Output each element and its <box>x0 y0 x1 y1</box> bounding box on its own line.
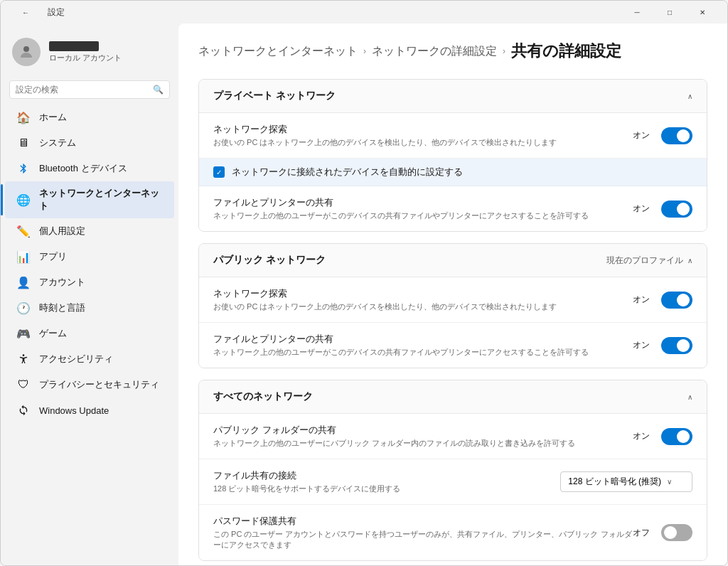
public-file-sharing-state: オン <box>633 339 650 351</box>
apps-icon: 📊 <box>16 250 31 264</box>
file-sharing-connection-info: ファイル共有の接続 128 ビット暗号化をサポートするデバイスに使用する <box>213 469 560 494</box>
avatar <box>12 38 41 66</box>
breadcrumb-network: ネットワークとインターネット <box>198 44 358 59</box>
nav-item-accounts[interactable]: 👤 アカウント <box>5 269 174 295</box>
search-box[interactable]: 🔍 <box>9 80 170 99</box>
auto-connect-row: ✓ ネットワークに接続されたデバイスを自動的に設定する <box>199 159 707 186</box>
private-chevron: ∧ <box>687 92 692 100</box>
private-network-discovery-row: ネットワーク探索 お使いの PC はネットワーク上の他のデバイスを検出したり、他… <box>199 113 707 159</box>
search-icon: 🔍 <box>153 85 164 95</box>
nav-item-accessibility[interactable]: アクセシビリティ <box>5 346 174 372</box>
minimize-button[interactable]: ─ <box>621 1 653 23</box>
user-info: ローカル アカウント <box>49 41 122 63</box>
back-button[interactable]: ← <box>9 1 42 23</box>
nav-item-home[interactable]: 🏠 ホーム <box>5 105 174 130</box>
public-folder-sharing-row: パブリック フォルダーの共有 ネットワーク上の他のユーザーにパブリック フォルダ… <box>199 414 707 459</box>
public-file-sharing-row: ファイルとプリンターの共有 ネットワーク上の他のユーザーがこのデバイスの共有ファ… <box>199 323 707 368</box>
file-sharing-connection-desc: 128 ビット暗号化をサポートするデバイスに使用する <box>213 484 560 494</box>
auto-connect-label: ネットワークに接続されたデバイスを自動的に設定する <box>232 166 463 178</box>
public-network-discovery-state: オン <box>633 294 650 306</box>
nav-label-network: ネットワークとインターネット <box>39 187 163 213</box>
toggle-knob <box>677 203 690 215</box>
network-icon: 🌐 <box>16 193 31 207</box>
private-network-discovery-info: ネットワーク探索 お使いの PC はネットワーク上の他のデバイスを検出したり、他… <box>213 123 633 148</box>
file-sharing-dropdown-value: 128 ビット暗号化 (推奨) <box>568 476 661 488</box>
nav-item-gaming[interactable]: 🎮 ゲーム <box>5 321 174 346</box>
all-section-header[interactable]: すべてのネットワーク ∧ <box>199 380 707 414</box>
nav-label-accounts: アカウント <box>39 276 85 289</box>
private-network-discovery-desc: お使いの PC はネットワーク上の他のデバイスを検出したり、他のデバイスで検出さ… <box>213 137 633 148</box>
public-network-discovery-row: ネットワーク探索 お使いの PC はネットワーク上の他のデバイスを検出したり、他… <box>199 277 707 323</box>
public-folder-toggle-wrap: オン <box>633 428 692 445</box>
breadcrumb-current: 共有の詳細設定 <box>511 41 621 62</box>
svg-point-0 <box>23 46 29 52</box>
public-folder-toggle[interactable] <box>661 428 692 445</box>
public-folder-sharing-label: パブリック フォルダーの共有 <box>213 424 633 437</box>
file-sharing-dropdown[interactable]: 128 ビット暗号化 (推奨) ∨ <box>560 471 692 492</box>
breadcrumb-sep-1: › <box>363 46 366 56</box>
public-section-title: パブリック ネットワーク <box>213 254 326 267</box>
window-title: 設定 <box>48 6 65 18</box>
user-name <box>49 41 99 51</box>
public-network-discovery-toggle[interactable] <box>661 292 692 309</box>
home-icon: 🏠 <box>16 110 31 124</box>
breadcrumb-sep-2: › <box>503 46 505 56</box>
nav-item-personalization[interactable]: ✏️ 個人用設定 <box>5 218 174 244</box>
nav-label-time: 時刻と言語 <box>39 301 85 314</box>
personalization-icon: ✏️ <box>16 224 31 238</box>
password-protection-toggle[interactable] <box>661 524 692 541</box>
public-file-sharing-toggle-wrap: オン <box>633 337 692 354</box>
nav-item-bluetooth[interactable]: Bluetooth とデバイス <box>5 156 174 181</box>
private-file-sharing-toggle[interactable] <box>661 201 692 218</box>
close-button[interactable]: ✕ <box>686 1 719 23</box>
nav-item-windows-update[interactable]: Windows Update <box>5 397 174 423</box>
public-section-header[interactable]: パブリック ネットワーク 現在のプロファイル ∧ <box>199 244 707 277</box>
private-file-sharing-state: オン <box>633 203 650 215</box>
search-input[interactable] <box>16 85 153 95</box>
toggle-knob <box>664 526 677 539</box>
private-section-header[interactable]: プライベート ネットワーク ∧ <box>199 80 707 113</box>
maximize-button[interactable]: □ <box>653 1 686 23</box>
nav-item-apps[interactable]: 📊 アプリ <box>5 244 174 269</box>
public-folder-sharing-desc: ネットワーク上の他のユーザーにパブリック フォルダー内のファイルの読み取りと書き… <box>213 438 633 449</box>
private-file-sharing-toggle-wrap: オン <box>633 201 692 218</box>
nav-label-windows-update: Windows Update <box>39 405 109 416</box>
nav-item-system[interactable]: 🖥 システム <box>5 130 174 156</box>
accounts-icon: 👤 <box>16 275 31 289</box>
public-chevron: ∧ <box>687 257 692 265</box>
private-network-section: プライベート ネットワーク ∧ ネットワーク探索 お使いの PC はネットワーク… <box>198 79 707 232</box>
nav-label-home: ホーム <box>39 111 67 124</box>
all-section-title: すべてのネットワーク <box>213 390 313 403</box>
sidebar: ローカル アカウント 🔍 🏠 ホーム 🖥 システム Blue <box>1 23 178 565</box>
nav-item-network[interactable]: 🌐 ネットワークとインターネット <box>5 181 174 218</box>
all-chevron: ∧ <box>687 393 692 401</box>
toggle-knob <box>677 294 690 306</box>
toggle-knob <box>677 339 690 352</box>
gaming-icon: 🎮 <box>16 326 31 341</box>
titlebar-left: ← 設定 <box>9 1 65 23</box>
nav-label-privacy: プライバシーとセキュリティ <box>39 378 159 391</box>
privacy-icon: 🛡 <box>16 378 31 392</box>
private-file-sharing-desc: ネットワーク上の他のユーザーがこのデバイスの共有ファイルやプリンターにアクセスす… <box>213 210 633 221</box>
nav-label-accessibility: アクセシビリティ <box>39 353 113 365</box>
nav-item-privacy[interactable]: 🛡 プライバシーとセキュリティ <box>5 372 174 397</box>
private-file-sharing-label: ファイルとプリンターの共有 <box>213 196 633 209</box>
private-network-discovery-toggle-wrap: オン <box>633 127 692 144</box>
private-section-title: プライベート ネットワーク <box>213 90 336 102</box>
file-sharing-connection-label: ファイル共有の接続 <box>213 469 560 482</box>
private-network-discovery-toggle[interactable] <box>661 127 692 144</box>
nav-label-system: システム <box>39 137 76 149</box>
auto-connect-checkbox[interactable]: ✓ <box>213 166 225 178</box>
public-network-discovery-toggle-wrap: オン <box>633 292 692 309</box>
public-file-sharing-toggle[interactable] <box>661 337 692 354</box>
toggle-knob <box>677 430 690 443</box>
window-controls: ─ □ ✕ <box>621 1 719 23</box>
password-protection-info: パスワード保護共有 この PC のユーザー アカウントとパスワードを持つユーザー… <box>213 515 633 550</box>
nav-item-time[interactable]: 🕐 時刻と言語 <box>5 295 174 321</box>
dropdown-caret-icon: ∨ <box>667 478 672 486</box>
public-network-discovery-label: ネットワーク探索 <box>213 287 633 300</box>
password-protection-toggle-wrap: オフ <box>633 524 692 541</box>
password-protection-state: オフ <box>633 527 650 539</box>
system-icon: 🖥 <box>16 136 31 150</box>
private-file-sharing-row: ファイルとプリンターの共有 ネットワーク上の他のユーザーがこのデバイスの共有ファ… <box>199 186 707 231</box>
